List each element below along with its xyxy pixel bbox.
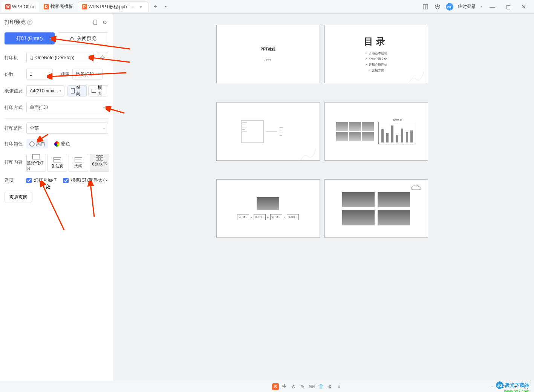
- paper-size-select[interactable]: A4(210mmx... ▾: [26, 85, 64, 96]
- ime-icon-6[interactable]: ≡: [335, 383, 342, 390]
- bar-chart: [378, 122, 416, 144]
- bw-option[interactable]: 黑白: [26, 139, 48, 149]
- preview-canvas[interactable]: PPT教程 • PPT 目录 ✓ 介绍基本信息 ✓ 介绍公司文化 ✓ 详细介绍产…: [113, 14, 534, 381]
- header-footer-button[interactable]: 页眉页脚: [5, 192, 32, 202]
- print-mode-select[interactable]: 单面打印 ▾: [26, 102, 108, 113]
- tab-template[interactable]: D 找稻壳模板: [40, 2, 77, 12]
- copies-input[interactable]: 1 ▴ ▾: [26, 69, 53, 80]
- chart-title: 营养数据: [378, 118, 416, 122]
- content-full-slide[interactable]: 整张幻灯片: [26, 154, 46, 172]
- layout-icon[interactable]: [422, 3, 429, 11]
- fit-paper-checkbox[interactable]: 根据纸张调整大小: [63, 177, 107, 184]
- options-label: 选项: [5, 177, 23, 184]
- chevron-down-icon: ▾: [103, 127, 105, 130]
- notes-icon: [54, 157, 61, 162]
- fit-checkbox-label: 根据纸张调整大小: [71, 177, 107, 184]
- arrow-icon: ▹: [284, 216, 285, 219]
- chart-block: 营养数据: [378, 118, 416, 144]
- avatar[interactable]: WP: [446, 3, 453, 11]
- slide-thumbnail-6: [324, 179, 428, 238]
- print-preview-sidebar: 打印预览 ? 打印 (Enter) ▾ 关闭预览 打印机 🖨 OneNote (…: [0, 14, 113, 381]
- content-notes[interactable]: 备注页: [47, 154, 67, 172]
- printer-select[interactable]: 🖨 OneNote (Desktop) ▾: [26, 52, 94, 63]
- watermark-url: www.xz7.com: [504, 389, 529, 392]
- frame-slides-checkbox[interactable]: 幻灯片加框: [26, 177, 57, 184]
- flow-step: 第二步：: [254, 214, 266, 220]
- zoom-out-button[interactable]: −: [489, 383, 496, 390]
- color-option[interactable]: 彩色: [51, 139, 73, 149]
- svg-point-5: [102, 57, 103, 58]
- outline-icon: [75, 157, 82, 162]
- ime-icon-4[interactable]: 👕: [317, 383, 324, 390]
- printer-value: OneNote (Desktop): [35, 55, 87, 60]
- flow-steps: 第一步：▹ 第二步：▹ 第三步：▹ 第四步：: [237, 214, 299, 220]
- sidebar-header: 打印预览 ?: [5, 19, 108, 26]
- login-status[interactable]: 临时登录: [458, 3, 476, 10]
- tab-menu-button[interactable]: ▾: [161, 2, 170, 11]
- tab-close-indicator[interactable]: ●: [140, 5, 144, 9]
- tab-current-file[interactable]: P WPS PPT教程.pptx ○ ●: [78, 2, 148, 12]
- login-dropdown-icon[interactable]: ▾: [480, 5, 482, 8]
- content-6-horizontal[interactable]: 6张水平▾: [90, 154, 109, 172]
- minimize-button[interactable]: —: [487, 1, 498, 12]
- landscape-button[interactable]: 横向: [88, 85, 108, 96]
- portrait-icon: [71, 88, 75, 93]
- ime-mode[interactable]: 中: [281, 383, 288, 390]
- maximize-button[interactable]: ▢: [502, 1, 514, 12]
- order-select[interactable]: 逐份打印 ▾: [72, 69, 103, 80]
- paper-row: 纸张信息 A4(210mmx... ▾ 纵向 横向: [5, 85, 108, 96]
- copies-down-button[interactable]: ▾: [46, 74, 52, 79]
- close-preview-button[interactable]: 关闭预览: [58, 32, 109, 44]
- frame-checkbox-label: 幻灯片加框: [34, 177, 57, 184]
- watermark-name: 极光下载站: [505, 382, 529, 389]
- copies-label: 份数: [5, 71, 23, 78]
- ime-icon-3[interactable]: ⌨: [308, 383, 315, 390]
- page-row-3: 第一步：▹ 第二步：▹ 第三步：▹ 第四步：: [216, 179, 431, 238]
- ime-icon-1[interactable]: ⊙: [290, 383, 297, 390]
- frame-checkbox-input[interactable]: [26, 178, 32, 183]
- main-area: 打印预览 ? 打印 (Enter) ▾ 关闭预览 打印机 🖨 OneNote (…: [0, 14, 534, 381]
- page-row-1: PPT教程 • PPT 目录 ✓ 介绍基本信息 ✓ 介绍公司文化 ✓ 详细介绍产…: [216, 25, 431, 83]
- page-setup-icon[interactable]: [92, 19, 98, 26]
- slide-thumbnail-2: 目录 ✓ 介绍基本信息 ✓ 介绍公司文化 ✓ 详细介绍产品 ✓ 营销方案: [324, 25, 428, 83]
- ime-icon-2[interactable]: ✎: [299, 383, 306, 390]
- slide-image: [257, 197, 279, 210]
- image-grid: [342, 192, 410, 225]
- tab-wps-home[interactable]: W WPS Office: [2, 2, 39, 12]
- statusbar: S 中 ⊙ ✎ ⌨ 👕 ⚙ ≡ − 80% + ⛶: [0, 381, 534, 392]
- print-range-select[interactable]: 全部 ▾: [26, 122, 108, 134]
- content-outline[interactable]: 大纲: [69, 154, 88, 172]
- copies-up-button[interactable]: ▴: [46, 70, 52, 74]
- cube-icon[interactable]: [434, 3, 441, 11]
- print-button[interactable]: 打印 (Enter) ▾: [5, 32, 55, 44]
- print-dropdown-icon[interactable]: ▾: [48, 32, 55, 44]
- print-content-row: 打印内容 整张幻灯片 备注页 大纲 6张水平▾: [5, 154, 108, 172]
- sidebar-title: 打印预览: [5, 19, 26, 26]
- chevron-down-icon: ▾: [98, 73, 99, 76]
- landscape-icon: [92, 89, 96, 93]
- chevron-down-icon: ▾: [60, 89, 61, 93]
- watermark: JG 极光下载站 www.xz7.com: [496, 381, 529, 389]
- svg-rect-2: [94, 20, 97, 24]
- close-button[interactable]: ✕: [518, 1, 529, 12]
- order-label: 顺序: [60, 71, 69, 78]
- print-content-label: 打印内容: [5, 159, 23, 165]
- toc-item: ✓ 介绍基本信息: [365, 51, 387, 55]
- ime-icon-5[interactable]: ⚙: [326, 383, 333, 390]
- print-range-row: 打印范围 全部 ▾: [5, 122, 108, 134]
- new-tab-button[interactable]: +: [151, 2, 160, 11]
- refresh-icon[interactable]: [101, 19, 108, 26]
- arrow-icon: ▹: [267, 216, 269, 219]
- text-block: ━━━━━━━━━━: [280, 126, 295, 137]
- portrait-button[interactable]: 纵向: [67, 85, 87, 96]
- content-label: 备注页: [51, 163, 64, 169]
- fit-checkbox-input[interactable]: [63, 178, 69, 183]
- ppt-icon: P: [82, 4, 87, 9]
- template-icon: D: [44, 4, 49, 9]
- printer-settings-button[interactable]: [97, 52, 108, 63]
- sogou-ime-icon[interactable]: S: [272, 383, 279, 390]
- text-block: ━━━━━━━━━━━━━━━━━: [241, 120, 264, 143]
- help-icon[interactable]: ?: [27, 20, 32, 25]
- print-mode-value: 单面打印: [30, 104, 102, 111]
- close-preview-label: 关闭预览: [77, 35, 96, 42]
